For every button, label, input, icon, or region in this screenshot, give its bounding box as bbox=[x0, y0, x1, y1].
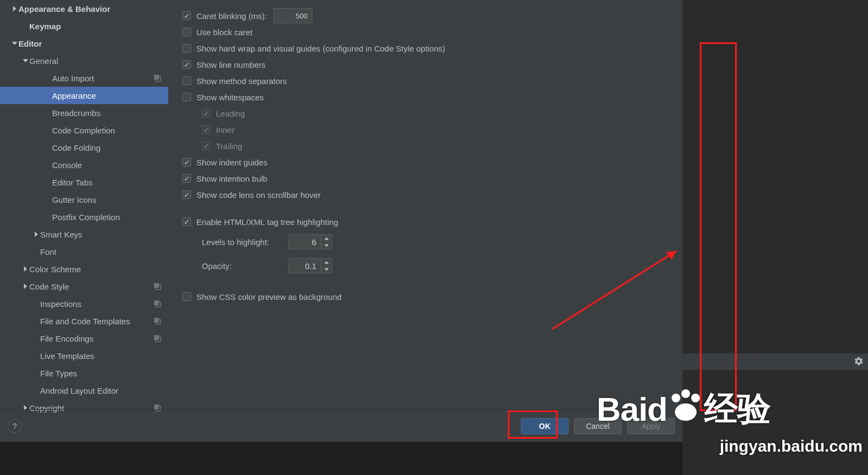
sidebar-item-label: File Types bbox=[40, 369, 162, 378]
spinner-up-icon[interactable] bbox=[321, 259, 331, 266]
spinner-levels[interactable] bbox=[289, 234, 332, 249]
label-line-numbers: Show line numbers bbox=[196, 60, 266, 69]
checkbox-caret-blinking[interactable] bbox=[182, 11, 191, 20]
sidebar-item-label: Font bbox=[40, 247, 162, 256]
sidebar-item[interactable]: File Encodings bbox=[0, 330, 168, 347]
svg-point-16 bbox=[691, 394, 700, 402]
svg-rect-2 bbox=[154, 283, 159, 288]
gear-icon[interactable] bbox=[854, 356, 864, 368]
watermark-url: jingyan.baidu.com bbox=[720, 437, 863, 455]
svg-point-15 bbox=[681, 389, 690, 398]
input-opacity[interactable] bbox=[289, 259, 321, 273]
label-trailing: Trailing bbox=[216, 142, 242, 151]
spinner-down-icon[interactable] bbox=[321, 242, 331, 249]
sidebar-item-label: File and Code Templates bbox=[40, 317, 153, 326]
sidebar-item[interactable]: Keymap bbox=[0, 17, 168, 35]
sidebar-item-label: Smart Keys bbox=[40, 230, 162, 239]
chevron-right-icon bbox=[22, 266, 29, 272]
sidebar-item-label: File Encodings bbox=[40, 334, 153, 343]
chevron-right-icon bbox=[11, 6, 18, 11]
sidebar-item[interactable]: Code Completion bbox=[0, 121, 168, 139]
checkbox-leading bbox=[202, 109, 210, 118]
sidebar-item-label: Code Style bbox=[29, 282, 153, 291]
checkbox-whitespaces[interactable] bbox=[182, 93, 191, 101]
sidebar-item[interactable]: Editor Tabs bbox=[0, 174, 168, 191]
checkbox-hard-wrap[interactable] bbox=[182, 44, 191, 53]
sidebar-item[interactable]: Code Style bbox=[0, 278, 168, 295]
sidebar-item[interactable]: General bbox=[0, 52, 168, 69]
sidebar-item[interactable]: Android Layout Editor bbox=[0, 382, 168, 399]
label-intention-bulb: Show intention bulb bbox=[196, 174, 267, 183]
svg-rect-10 bbox=[154, 405, 159, 409]
sidebar-item-label: Postfix Completion bbox=[52, 213, 162, 222]
svg-point-17 bbox=[675, 403, 697, 421]
input-levels[interactable] bbox=[289, 235, 321, 249]
help-button[interactable]: ? bbox=[8, 419, 22, 433]
checkbox-inner bbox=[202, 125, 210, 134]
sidebar-item[interactable]: File and Code Templates bbox=[0, 312, 168, 330]
settings-content: Caret blinking (ms): Use block caret Sho… bbox=[171, 0, 682, 442]
svg-point-14 bbox=[672, 394, 680, 402]
project-override-icon bbox=[153, 334, 162, 343]
project-override-icon bbox=[153, 282, 162, 291]
sidebar-item[interactable]: Console bbox=[0, 156, 168, 174]
checkbox-css-preview[interactable] bbox=[182, 292, 191, 301]
svg-rect-6 bbox=[154, 318, 159, 323]
sidebar-item[interactable]: Code Folding bbox=[0, 139, 168, 156]
checkbox-line-numbers[interactable] bbox=[182, 60, 191, 69]
chevron-right-icon bbox=[22, 284, 29, 289]
chevron-down-icon bbox=[22, 58, 29, 63]
checkbox-indent-guides[interactable] bbox=[182, 158, 191, 166]
checkbox-block-caret[interactable] bbox=[182, 28, 191, 36]
sidebar-item[interactable]: Postfix Completion bbox=[0, 208, 168, 226]
sidebar-item[interactable]: Gutter Icons bbox=[0, 191, 168, 208]
sidebar-item[interactable]: Editor bbox=[0, 35, 168, 52]
checkbox-html-highlight[interactable] bbox=[182, 217, 191, 226]
svg-rect-4 bbox=[154, 300, 159, 305]
sidebar-item[interactable]: File Types bbox=[0, 364, 168, 382]
sidebar-item[interactable]: Appearance bbox=[0, 87, 168, 104]
svg-rect-8 bbox=[154, 335, 159, 340]
watermark: Baid 经验 jingyan.baidu.com bbox=[597, 386, 770, 432]
checkbox-code-lens[interactable] bbox=[182, 190, 191, 199]
sidebar-item[interactable]: Appearance & Behavior bbox=[0, 0, 168, 17]
label-html-highlight: Enable HTML/XML tag tree highlighting bbox=[196, 217, 338, 227]
checkbox-intention-bulb[interactable] bbox=[182, 174, 191, 183]
watermark-text-cn: 经验 bbox=[704, 386, 770, 432]
settings-dialog: Appearance & BehaviorKeymapEditorGeneral… bbox=[0, 0, 682, 442]
label-inner: Inner bbox=[216, 125, 234, 134]
settings-tree[interactable]: Appearance & BehaviorKeymapEditorGeneral… bbox=[0, 0, 168, 442]
sidebar-item-label: Code Completion bbox=[52, 126, 162, 135]
sidebar-item-label: Editor Tabs bbox=[52, 178, 162, 187]
sidebar-item[interactable]: Breadcrumbs bbox=[0, 104, 168, 121]
project-override-icon bbox=[153, 317, 162, 325]
sidebar-item-label: Appearance bbox=[52, 91, 162, 100]
sidebar-item-label: Console bbox=[52, 161, 162, 170]
ok-button[interactable]: OK bbox=[521, 418, 569, 434]
label-hard-wrap: Show hard wrap and visual guides (config… bbox=[196, 44, 445, 53]
sidebar-item[interactable]: Smart Keys bbox=[0, 226, 168, 243]
spinner-opacity[interactable] bbox=[289, 258, 332, 273]
sidebar-item-label: Android Layout Editor bbox=[40, 386, 162, 395]
svg-rect-0 bbox=[154, 75, 159, 80]
spinner-up-icon[interactable] bbox=[321, 235, 331, 242]
sidebar-item-label: Appearance & Behavior bbox=[18, 4, 162, 14]
sidebar-item[interactable]: Live Templates bbox=[0, 347, 168, 364]
spinner-down-icon[interactable] bbox=[321, 266, 331, 273]
label-levels: Levels to highlight: bbox=[202, 238, 289, 247]
checkbox-method-separators[interactable] bbox=[182, 76, 191, 85]
watermark-text: Baid bbox=[597, 390, 667, 428]
label-indent-guides: Show indent guides bbox=[196, 158, 267, 167]
sidebar-item-label: Inspections bbox=[40, 299, 153, 309]
input-caret-blinking-ms[interactable] bbox=[273, 8, 312, 23]
sidebar-item[interactable]: Color Scheme bbox=[0, 260, 168, 278]
checkbox-trailing bbox=[202, 142, 210, 150]
sidebar-item-label: Code Folding bbox=[52, 143, 162, 152]
sidebar-item-label: Gutter Icons bbox=[52, 195, 162, 204]
label-code-lens: Show code lens on scrollbar hover bbox=[196, 190, 321, 200]
sidebar-item-label: Editor bbox=[18, 39, 162, 48]
sidebar-item[interactable]: Inspections bbox=[0, 295, 168, 312]
label-block-caret: Use block caret bbox=[196, 28, 252, 37]
sidebar-item[interactable]: Font bbox=[0, 243, 168, 260]
sidebar-item[interactable]: Auto Import bbox=[0, 69, 168, 87]
